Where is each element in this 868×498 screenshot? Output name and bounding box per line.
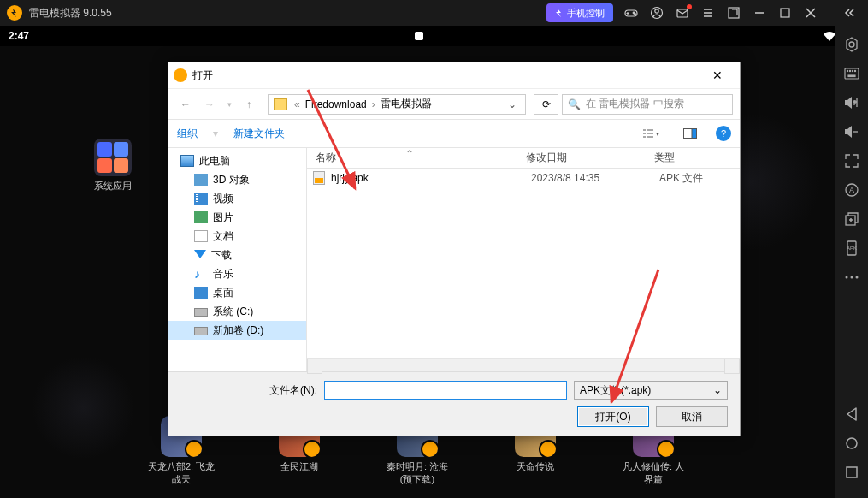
search-placeholder: 在 雷电模拟器 中搜索 <box>586 97 684 111</box>
column-date[interactable]: 修改日期 <box>517 151 646 165</box>
tree-item[interactable]: 系统 (C:) <box>168 302 306 321</box>
close-button[interactable] <box>798 0 824 26</box>
refresh-button[interactable]: ⟳ <box>534 94 558 115</box>
pic-icon <box>194 211 208 223</box>
tree-item[interactable]: 视频 <box>168 189 306 208</box>
filetype-label: APK文件(*.apk) <box>580 383 651 398</box>
address-breadcrumb[interactable]: « Firedownload › 雷电模拟器 ⌄ <box>268 94 526 115</box>
nav-forward-button[interactable]: → <box>199 94 220 115</box>
open-button[interactable]: 打开(O) <box>577 406 649 427</box>
minimize-button[interactable] <box>747 0 772 26</box>
tree-item-label: 系统 (C:) <box>213 305 253 319</box>
install-apk-icon[interactable]: APK <box>840 236 864 260</box>
cancel-button[interactable]: 取消 <box>656 406 728 427</box>
tree-item-label: 新加卷 (D:) <box>213 323 263 338</box>
breadcrumb-seg-0[interactable]: Firedownload <box>302 98 370 110</box>
nav-up-button[interactable]: ↑ <box>239 94 259 115</box>
tree-item[interactable]: 新加卷 (D:) <box>168 321 306 340</box>
user-icon[interactable] <box>644 0 670 26</box>
filename-input[interactable] <box>324 381 567 400</box>
volume-down-icon[interactable] <box>840 120 864 144</box>
expand-icon[interactable] <box>840 149 864 173</box>
toolbar-dropdown-icon[interactable]: ▾ <box>213 127 218 139</box>
phone-control-button[interactable]: 手机控制 <box>546 3 613 22</box>
translate-icon[interactable]: A <box>840 178 864 202</box>
svg-rect-12 <box>845 68 859 79</box>
svg-rect-17 <box>848 75 855 77</box>
search-icon: 🔍 <box>568 98 581 110</box>
disk-icon <box>194 327 208 335</box>
3d-icon <box>194 174 208 186</box>
tree-item[interactable]: 桌面 <box>168 283 306 302</box>
svg-text:A: A <box>848 186 853 194</box>
dialog-close-button[interactable]: ✕ <box>700 62 735 88</box>
file-row[interactable]: hjrjy.apk 2023/8/8 14:35 APK 文件 <box>307 169 740 187</box>
keyboard-icon[interactable] <box>840 62 864 86</box>
tree-item[interactable]: 图片 <box>168 208 306 227</box>
chevron-down-icon: ⌄ <box>713 384 722 396</box>
file-date: 2023/8/8 14:35 <box>531 172 659 184</box>
nav-recent-dropdown[interactable]: ▾ <box>223 94 235 115</box>
volume-up-icon[interactable] <box>840 91 864 115</box>
video-icon <box>194 193 208 205</box>
help-button[interactable]: ? <box>716 126 731 141</box>
preview-pane-button[interactable] <box>676 124 704 143</box>
android-home-icon[interactable] <box>840 431 864 455</box>
emulator-titlebar: 雷电模拟器 9.0.55 手机控制 <box>0 0 868 26</box>
new-folder-button[interactable]: 新建文件夹 <box>233 127 285 141</box>
multi-instance-icon[interactable] <box>840 207 864 231</box>
tree-item-label: 此电脑 <box>199 154 230 169</box>
maximize-button[interactable] <box>772 0 798 26</box>
status-time: 2:47 <box>9 30 410 42</box>
tree-item-label: 音乐 <box>213 267 233 282</box>
svg-point-23 <box>845 276 847 279</box>
tree-item[interactable]: 3D 对象 <box>168 170 306 189</box>
down-icon <box>194 250 206 264</box>
view-mode-button[interactable]: ▾ <box>637 124 664 143</box>
filetype-dropdown[interactable]: APK文件(*.apk) ⌄ <box>574 381 728 400</box>
gamepad-icon[interactable] <box>618 0 644 26</box>
tree-item[interactable]: 下载 <box>168 246 306 264</box>
tree-item[interactable]: ♪音乐 <box>168 264 306 283</box>
android-recents-icon[interactable] <box>840 460 864 484</box>
tree-item-label: 视频 <box>213 192 233 206</box>
dialog-toolbar: 组织 ▾ 新建文件夹 ▾ ? <box>168 119 740 148</box>
nav-back-button[interactable]: ← <box>175 94 196 115</box>
tree-item[interactable]: 文档 <box>168 227 306 246</box>
filename-label: 文件名(N): <box>180 383 317 398</box>
svg-point-24 <box>850 276 853 279</box>
dock-label: 秦时明月: 沧海 (预下载) <box>383 460 452 486</box>
folder-tree[interactable]: 此电脑3D 对象视频图片文档下载♪音乐桌面系统 (C:)新加卷 (D:) <box>168 148 307 371</box>
dialog-nav-bar: ← → ▾ ↑ « Firedownload › 雷电模拟器 ⌄ ⟳ 🔍 在 雷… <box>168 88 740 119</box>
dialog-app-icon <box>174 68 187 82</box>
collapse-sidebar-icon[interactable] <box>836 0 861 26</box>
organize-button[interactable]: 组织 <box>177 127 198 141</box>
menu-icon[interactable] <box>695 0 721 26</box>
svg-point-11 <box>849 42 854 47</box>
breadcrumb-dropdown[interactable]: ⌄ <box>503 98 522 110</box>
svg-point-4 <box>655 9 658 13</box>
apk-file-icon <box>312 171 326 185</box>
settings-icon[interactable] <box>840 33 864 56</box>
horizontal-scrollbar[interactable] <box>307 358 740 371</box>
dialog-titlebar: 打开 ✕ <box>168 62 740 88</box>
tree-item-label: 桌面 <box>213 286 233 300</box>
breadcrumb-seg-1[interactable]: 雷电模拟器 <box>377 97 435 111</box>
more-icon[interactable] <box>840 265 864 289</box>
mail-icon[interactable] <box>670 0 695 26</box>
music-icon: ♪ <box>194 268 208 280</box>
dialog-title: 打开 <box>192 68 700 83</box>
dock-label: 全民江湖 <box>265 460 334 473</box>
fullscreen-icon[interactable] <box>721 0 747 26</box>
search-input[interactable]: 🔍 在 雷电模拟器 中搜索 <box>562 94 733 115</box>
tree-item-label: 图片 <box>213 210 233 225</box>
tree-item[interactable]: 此电脑 <box>168 151 306 170</box>
dock-label: 天命传说 <box>501 460 570 473</box>
column-type[interactable]: 类型 <box>646 151 675 165</box>
system-apps-folder[interactable]: 系统应用 <box>87 139 139 193</box>
wifi-icon <box>824 31 836 41</box>
file-list[interactable]: 名称 ⌃ 修改日期 类型 hjrjy.apk 2023/8/8 14:35 AP… <box>307 148 740 371</box>
android-back-icon[interactable] <box>840 402 864 426</box>
emulator-right-toolbar: A APK <box>835 26 868 498</box>
file-list-header[interactable]: 名称 ⌃ 修改日期 类型 <box>307 148 740 169</box>
